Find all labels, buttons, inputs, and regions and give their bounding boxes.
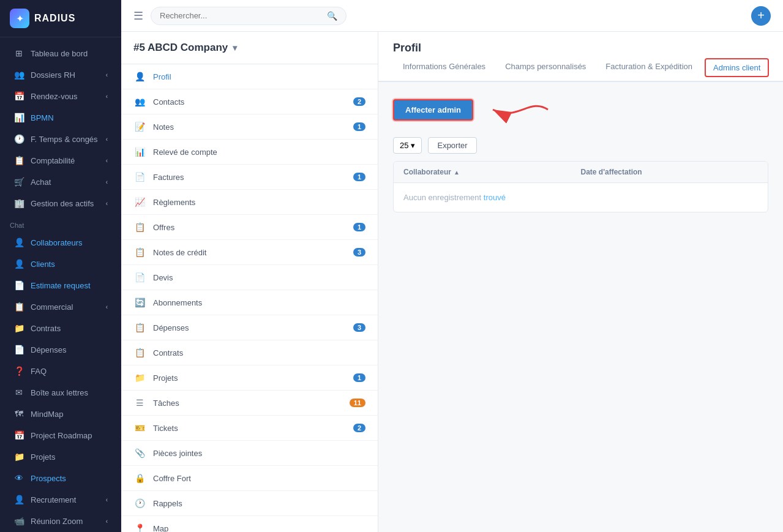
sidebar-item-comptabilite[interactable]: 📋 Comptabilité ‹ [4,150,118,171]
menu-item-offres[interactable]: 📋 Offres 1 [121,215,378,240]
left-panel: #5 ABCD Company ▾ 👤 Profil 👥 Contacts 2 … [121,32,378,532]
offer-icon: 📋 [133,222,146,232]
company-title: #5 ABCD Company [133,42,228,54]
menu-item-contacts[interactable]: 👥 Contacts 2 [121,89,378,114]
sidebar-item-tableau-de-bord[interactable]: ⊞ Tableau de bord [4,43,118,64]
sidebar-item-label: Dossiers RH [31,70,75,80]
sidebar-item-commercial[interactable]: 📋 Commercial ‹ [4,296,118,317]
cart-icon: 🛒 [13,177,24,187]
hamburger-icon[interactable]: ☰ [133,9,143,23]
menu-item-tickets[interactable]: 🎫 Tickets 2 [121,416,378,441]
menu-item-taches[interactable]: ☰ Tâches 11 [121,391,378,416]
sidebar-item-label: FAQ [31,367,47,376]
sidebar-item-label: Dépenses [31,345,67,354]
sidebar-item-prospects[interactable]: 👁 Prospects [4,468,118,489]
sidebar-nav: ⊞ Tableau de bord 👥 Dossiers RH ‹ 📅 Rend… [0,37,121,532]
quote-icon: 📄 [133,272,146,282]
tab-admins-client[interactable]: Admins client [705,58,769,77]
calendar-icon: 📅 [13,91,24,101]
menu-item-releve-compte[interactable]: 📊 Relevé de compte [121,140,378,165]
sidebar-item-rendez-vous[interactable]: 📅 Rendez-vous ‹ [4,86,118,107]
main-area: ☰ 🔍 + #5 ABCD Company ▾ 👤 Profil 👥 [121,0,783,532]
logo-icon: ✦ [10,9,29,28]
add-button[interactable]: + [751,6,771,26]
right-panel-title: Profil [378,32,783,54]
reminder-icon: 🕐 [133,498,146,508]
recruit-icon: 👤 [13,495,24,504]
payment-icon: 📈 [133,197,146,207]
eye-icon: 👁 [13,473,24,483]
menu-item-reglements[interactable]: 📈 Règlements [121,190,378,215]
search-icon: 🔍 [327,11,337,21]
sidebar-item-project-roadmap[interactable]: 📅 Project Roadmap [4,425,118,446]
sidebar-item-label: Comptabilité [31,156,75,165]
menu-item-notes-credit[interactable]: 📋 Notes de crédit 3 [121,240,378,265]
sidebar-item-projets[interactable]: 📁 Projets [4,446,118,467]
right-panel: Profil Informations Générales Champs per… [378,32,783,532]
menu-item-devis[interactable]: 📄 Devis [121,265,378,290]
menu-item-notes[interactable]: 📝 Notes 1 [121,114,378,140]
person-icon: 👤 [13,238,24,247]
menu-item-pieces-jointes[interactable]: 📎 Pièces jointes [121,441,378,466]
chevron-icon: ‹ [106,157,108,164]
sidebar-item-f-temps-conges[interactable]: 🕐 F. Temps & congés ‹ [4,129,118,149]
menu-item-depenses[interactable]: 📋 Dépenses 3 [121,315,378,340]
sidebar-item-achat[interactable]: 🛒 Achat ‹ [4,171,118,192]
tab-facturation[interactable]: Facturation & Expédition [596,54,702,82]
logo[interactable]: ✦ RADIUS [0,0,121,37]
search-input[interactable] [160,11,322,20]
doc-icon: 📄 [13,345,24,354]
table-controls: 25 ▾ Exporter [393,137,768,154]
attachment-icon: 📎 [133,448,146,458]
col-date-affectation: Date d'affectation [581,168,759,176]
notes-icon: 📝 [133,122,146,132]
sidebar-item-bpmn[interactable]: 📊 BPMN [4,107,118,128]
menu-item-abonnements[interactable]: 🔄 Abonnements [121,290,378,315]
sidebar-item-dossiers-rh[interactable]: 👥 Dossiers RH ‹ [4,64,118,85]
tab-champs-personnalises[interactable]: Champs personnalisés [495,54,596,82]
sidebar-item-contrats[interactable]: 📁 Contrats [4,318,118,339]
menu-item-profil[interactable]: 👤 Profil [121,64,378,89]
data-table: Collaborateur ▲ Date d'affectation Aucun… [393,161,768,212]
sidebar-item-faq[interactable]: ❓ FAQ [4,361,118,381]
chevron-icon: ‹ [106,136,108,143]
menu-item-contrats[interactable]: 📋 Contrats [121,340,378,365]
sidebar-item-label: Gestion des actifs [31,199,94,208]
company-header[interactable]: #5 ABCD Company ▾ [121,32,378,64]
menu-item-factures[interactable]: 📄 Factures 1 [121,165,378,190]
red-arrow-annotation [481,94,554,125]
sidebar-item-label: Rendez-vous [31,92,78,101]
lock-icon: 🔒 [133,473,146,483]
users-icon: 👥 [13,70,24,80]
sidebar-item-depenses[interactable]: 📄 Dépenses [4,339,118,360]
menu-item-map[interactable]: 📍 Map [121,516,378,532]
sidebar-item-clients[interactable]: 👤 Clients [4,253,118,274]
tab-informations-generales[interactable]: Informations Générales [393,54,495,82]
sidebar-item-label: BPMN [31,113,54,122]
menu-item-projets[interactable]: 📁 Projets 1 [121,365,378,391]
sidebar-item-label: Boîte aux lettres [31,388,88,397]
chevron-icon: ‹ [106,496,108,503]
menu-item-rappels[interactable]: 🕐 Rappels [121,491,378,516]
sidebar-item-label: Projets [31,452,55,462]
folder-icon: 📁 [13,323,24,333]
sidebar-item-boite-aux-lettres[interactable]: ✉ Boîte aux lettres [4,382,118,403]
sidebar-item-label: Tableau de bord [31,49,88,58]
col-collaborateur[interactable]: Collaborateur ▲ [403,168,581,176]
search-container: 🔍 [151,7,347,25]
sidebar-item-recrutement[interactable]: 👤 Recrutement ‹ [4,489,118,510]
sidebar-item-label: Commercial [31,302,73,312]
dropdown-chevron-icon: ▾ [233,43,237,53]
affecter-admin-button[interactable]: Affecter admin [393,99,473,121]
accounting-icon: 📋 [13,155,24,165]
export-button[interactable]: Exporter [428,137,476,154]
empty-state-message: Aucun enregistrement trouvé [403,193,506,202]
sidebar-item-reunion-zoom[interactable]: 📹 Réunion Zoom ‹ [4,511,118,531]
sidebar-item-collaborateurs[interactable]: 👤 Collaborateurs [4,232,118,253]
sidebar-item-gestion-actifs[interactable]: 🏢 Gestion des actifs ‹ [4,193,118,214]
sidebar-item-mindmap[interactable]: 🗺 MindMap [4,403,118,424]
per-page-select[interactable]: 25 ▾ [393,137,422,154]
menu-item-coffre-fort[interactable]: 🔒 Coffre Fort [121,466,378,491]
sidebar-item-estimate-request[interactable]: 📄 Estimate request [4,275,118,296]
list-icon: 📋 [13,302,24,312]
